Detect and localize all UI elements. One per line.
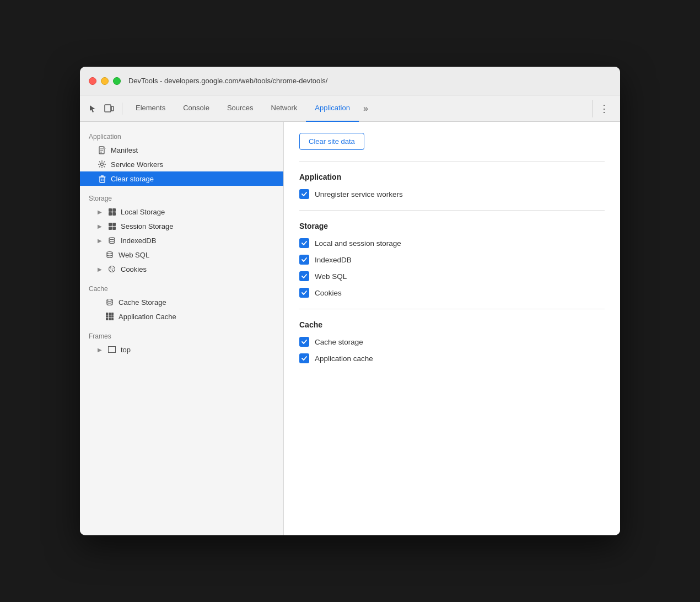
titlebar: DevTools - developers.google.com/web/too… xyxy=(80,67,620,95)
sidebar-item-indexeddb-label: IndexedDB xyxy=(121,237,156,245)
sidebar-item-cache-storage-label: Cache Storage xyxy=(119,298,166,307)
sidebar-item-session-storage-label: Session Storage xyxy=(121,222,173,230)
check-local-session: Local and session storage xyxy=(299,238,605,248)
check-web-sql: Web SQL xyxy=(299,271,605,281)
svg-point-16 xyxy=(112,268,114,269)
panel-cache-title: Cache xyxy=(299,320,605,329)
panel-application-title: Application xyxy=(299,173,605,181)
sidebar-item-web-sql-label: Web SQL xyxy=(119,251,149,259)
sidebar-item-top-label: top xyxy=(121,346,131,354)
panel-storage-title: Storage xyxy=(299,222,605,230)
trash-icon xyxy=(98,174,106,183)
sidebar-item-app-cache-label: Application Cache xyxy=(119,313,176,321)
checkbox-cache-storage[interactable] xyxy=(299,337,309,347)
sidebar-item-clear-storage-label: Clear storage xyxy=(111,175,154,183)
section-header-application: Application xyxy=(80,128,283,143)
db-icon xyxy=(107,236,116,245)
tab-elements[interactable]: Elements xyxy=(127,95,174,122)
sidebar-item-indexeddb[interactable]: ▶ IndexedDB xyxy=(80,233,283,248)
svg-point-11 xyxy=(109,238,115,240)
tab-network[interactable]: Network xyxy=(262,95,306,122)
tab-application[interactable]: Application xyxy=(306,95,359,122)
svg-point-14 xyxy=(110,267,111,268)
window-title: DevTools - developers.google.com/web/too… xyxy=(128,77,327,85)
sidebar-item-manifest-label: Manifest xyxy=(111,146,138,154)
svg-point-13 xyxy=(109,266,115,272)
check-indexeddb-label: IndexedDB xyxy=(315,256,352,264)
frame-icon xyxy=(107,345,116,354)
check-unregister-sw: Unregister service workers xyxy=(299,189,605,199)
arrow-icon: ▶ xyxy=(98,209,103,215)
check-cookies-label: Cookies xyxy=(315,289,342,297)
arrow-icon: ▶ xyxy=(98,238,103,244)
sidebar-item-service-workers[interactable]: Service Workers xyxy=(80,157,283,171)
sidebar-item-app-cache[interactable]: Application Cache xyxy=(80,309,283,324)
arrow-icon: ▶ xyxy=(98,223,103,229)
checkbox-web-sql[interactable] xyxy=(299,271,309,281)
sidebar-item-top[interactable]: ▶ top xyxy=(80,342,283,357)
sidebar-item-manifest[interactable]: Manifest xyxy=(80,143,283,157)
svg-point-17 xyxy=(111,270,112,271)
check-web-sql-label: Web SQL xyxy=(315,272,347,281)
panel-storage-section: Storage Local and session storage xyxy=(299,222,605,309)
toolbar-left-icons xyxy=(87,103,122,115)
svg-point-6 xyxy=(101,163,104,166)
sidebar-item-session-storage[interactable]: ▶ Session Storage xyxy=(80,219,283,233)
tab-sources[interactable]: Sources xyxy=(218,95,262,122)
svg-rect-0 xyxy=(105,105,111,112)
panel-application-section: Application Unregister service workers xyxy=(299,173,605,211)
document-icon xyxy=(98,146,106,154)
sidebar: Application Manifest xyxy=(80,122,284,535)
db-icon xyxy=(105,250,114,259)
sidebar-item-web-sql[interactable]: Web SQL xyxy=(80,248,283,262)
section-header-cache: Cache xyxy=(80,281,283,295)
check-unregister-sw-label: Unregister service workers xyxy=(315,190,403,198)
devtools-window: DevTools - developers.google.com/web/too… xyxy=(80,67,620,535)
check-cache-storage-label: Cache storage xyxy=(315,338,363,346)
toolbar: Elements Console Sources Network Applica… xyxy=(80,95,620,122)
close-button[interactable] xyxy=(89,77,96,85)
check-cache-storage: Cache storage xyxy=(299,337,605,347)
svg-point-12 xyxy=(107,252,112,254)
device-icon[interactable] xyxy=(103,103,115,115)
maximize-button[interactable] xyxy=(113,77,121,85)
check-local-session-label: Local and session storage xyxy=(315,239,401,248)
sidebar-item-cache-storage[interactable]: Cache Storage xyxy=(80,295,283,309)
panel-cache-section: Cache Cache storage Applica xyxy=(299,320,605,374)
arrow-icon: ▶ xyxy=(98,347,103,353)
sidebar-item-cookies[interactable]: ▶ Cookies xyxy=(80,262,283,276)
more-tabs-button[interactable]: » xyxy=(359,95,373,122)
sidebar-item-local-storage[interactable]: ▶ Local Storage xyxy=(80,205,283,219)
section-header-frames: Frames xyxy=(80,328,283,342)
sidebar-item-cookies-label: Cookies xyxy=(121,265,147,273)
checkbox-indexeddb[interactable] xyxy=(299,255,309,265)
main-panel: Clear site data Application Unregister s… xyxy=(284,122,620,535)
arrow-icon: ▶ xyxy=(98,266,103,272)
app-cache-icon xyxy=(105,312,114,321)
toolbar-tabs: Elements Console Sources Network Applica… xyxy=(127,95,590,122)
minimize-button[interactable] xyxy=(101,77,109,85)
svg-point-15 xyxy=(112,270,113,271)
panel-top: Clear site data xyxy=(299,133,605,162)
check-indexeddb: IndexedDB xyxy=(299,255,605,265)
cache-storage-icon xyxy=(105,298,114,307)
main-content: Application Manifest xyxy=(80,122,620,535)
check-app-cache: Application cache xyxy=(299,353,605,363)
svg-rect-1 xyxy=(111,106,114,111)
clear-site-data-button[interactable]: Clear site data xyxy=(299,133,364,150)
checkbox-app-cache[interactable] xyxy=(299,353,309,363)
tab-console[interactable]: Console xyxy=(174,95,218,122)
section-header-storage: Storage xyxy=(80,190,283,205)
checkbox-cookies[interactable] xyxy=(299,288,309,298)
checkbox-local-session[interactable] xyxy=(299,238,309,248)
cursor-icon[interactable] xyxy=(87,103,99,115)
toolbar-menu-button[interactable]: ⋮ xyxy=(595,103,613,115)
sidebar-item-local-storage-label: Local Storage xyxy=(121,208,165,216)
check-cookies: Cookies xyxy=(299,288,605,298)
toolbar-separator xyxy=(592,100,593,117)
grid-icon xyxy=(107,222,116,230)
checkbox-unregister-sw[interactable] xyxy=(299,189,309,199)
sidebar-item-service-workers-label: Service Workers xyxy=(111,160,163,169)
grid-icon xyxy=(107,207,116,216)
sidebar-item-clear-storage[interactable]: Clear storage xyxy=(80,171,283,186)
